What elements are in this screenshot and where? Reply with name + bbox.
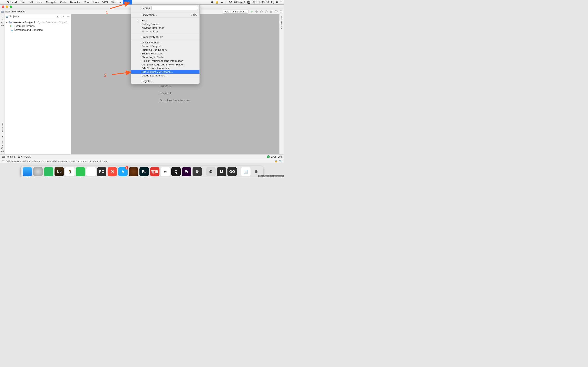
project-tool-tab[interactable]: 1: Project (1, 15, 3, 27)
notification-center-icon[interactable]: ☰ (280, 1, 283, 4)
add-configuration-button[interactable]: Add Configuration... (223, 9, 249, 14)
database-tool-tab[interactable]: 🗄 Database (280, 15, 283, 30)
menu-navigate[interactable]: Navigate (44, 0, 58, 4)
tree-arrow-icon[interactable]: ▶ (6, 21, 8, 23)
spotlight-icon[interactable] (271, 1, 274, 4)
menu-tools[interactable]: Tools (91, 0, 100, 4)
bell-icon[interactable]: 🔔 (215, 1, 218, 4)
menu-window[interactable]: Window (110, 0, 123, 4)
tool-windows-icon[interactable]: ▢ (2, 160, 4, 162)
dock-app-intellij[interactable]: IJ (217, 167, 226, 176)
welcome-drop-hint: Drop files here to open (160, 99, 191, 102)
structure-tool-tab[interactable]: 7: Structure (1, 139, 3, 153)
coverage-icon[interactable] (260, 10, 263, 13)
dock-app-chrome[interactable] (86, 167, 96, 176)
menu-edit[interactable]: Edit (26, 0, 35, 4)
select-opened-icon[interactable]: ⊕ (57, 15, 59, 18)
annotation-label-1: 1 (106, 10, 108, 15)
expand-all-icon[interactable]: ↕ (60, 15, 61, 18)
lock-icon[interactable]: 🔒 (275, 160, 277, 162)
menu-getting-started[interactable]: Getting Started (131, 22, 199, 26)
dock-app-youdao[interactable]: 有道 (150, 167, 159, 176)
menu-help[interactable]: Help (123, 0, 132, 4)
event-log-tab[interactable]: Event Log (271, 155, 282, 158)
dock-app-qq[interactable]: 🐧 (65, 167, 75, 176)
tree-root[interactable]: ▶ awesomeProject1 ~/go/src/awesomeProjec… (5, 20, 70, 24)
dock-app-doc[interactable]: 📄 (241, 167, 251, 176)
menu-view[interactable]: View (35, 0, 44, 4)
folder-icon (1, 10, 4, 13)
menu-edit-custom-props[interactable]: Edit Custom Properties... (131, 66, 199, 70)
wechat-tray-icon[interactable]: ◕ (211, 1, 213, 4)
sidebar-header: Project ▼ ⊕ ↕ ⚙ — (4, 14, 71, 19)
settings-icon[interactable]: ⚙ (63, 15, 65, 18)
menu-activity-monitor[interactable]: Activity Monitor... (131, 41, 199, 44)
dock-app-quicktime[interactable]: Q (171, 167, 181, 176)
menu-contact-support[interactable]: Contact Support... (131, 44, 199, 48)
breadcrumb-root[interactable]: awesomeProject1 (5, 10, 25, 13)
menu-productivity-guide[interactable]: Productivity Guide (131, 35, 199, 39)
dock-app-settings[interactable]: ⚙ (192, 167, 202, 176)
menu-show-log[interactable]: Show Log in Finder (131, 55, 199, 59)
dock-app-unknown-red[interactable]: ⦿ (108, 167, 117, 176)
menu-submit-bug[interactable]: Submit a Bug Report... (131, 48, 199, 52)
menu-compress-logs[interactable]: Compress Logs and Show in Finder (131, 63, 199, 66)
dock-app-premiere[interactable]: Pr (182, 167, 191, 176)
menu-submit-feedback[interactable]: Submit Feedback... (131, 52, 199, 55)
debug-icon[interactable] (255, 10, 258, 13)
zoom-button[interactable] (9, 6, 12, 8)
menu-edit-custom-vm-options[interactable]: Edit Custom VM Options... (131, 70, 199, 74)
tree-external-libs[interactable]: External Libraries (5, 24, 70, 28)
dock-app-ultraedit[interactable]: Ue (54, 167, 64, 176)
dock-app-tool[interactable]: 🛠 (206, 167, 216, 176)
menu-collect-troubleshoot[interactable]: Collect Troubleshooting Information (131, 59, 199, 63)
todo-tab[interactable]: ☰6: TODO (18, 155, 31, 158)
dock-app-appstore[interactable]: A5 (118, 167, 128, 176)
menu-code[interactable]: Code (58, 0, 68, 4)
menu-app[interactable]: GoLand (5, 0, 18, 4)
menu-tip-of-day[interactable]: Tip of the Day (131, 30, 199, 33)
terminal-tab[interactable]: ⌨Terminal (2, 155, 15, 158)
search-everywhere-icon[interactable] (279, 10, 283, 13)
run-icon[interactable] (250, 10, 253, 13)
menu-debug-log-settings[interactable]: Debug Log Settings... (131, 74, 199, 77)
siri-icon[interactable]: ◉ (276, 1, 278, 4)
hide-icon[interactable]: — (67, 15, 69, 18)
clock[interactable]: 周二 下午2:56 (252, 0, 269, 4)
dock-app-pycharm[interactable]: PC (97, 167, 106, 176)
dock-app-evernote[interactable] (44, 167, 53, 176)
dock-app-launchpad[interactable] (33, 167, 43, 176)
spanner-icon[interactable]: 🔧 (279, 160, 282, 162)
menu-keymap-ref[interactable]: Keymap Reference (131, 26, 199, 30)
minimize-button[interactable] (6, 6, 8, 8)
bluetooth-icon[interactable]: ᛒ (225, 1, 227, 4)
stop-icon[interactable] (270, 10, 273, 13)
menu-vcs[interactable]: VCS (100, 0, 110, 4)
status-message: Edit the project and application prefere… (6, 160, 108, 162)
menu-find-action[interactable]: Find Action... ⇧⌘A (131, 13, 199, 17)
cloud-icon[interactable]: ☁︎ (221, 1, 223, 4)
device-icon[interactable] (275, 10, 278, 13)
dock-app-finder[interactable] (23, 167, 32, 176)
input-source-icon[interactable]: 拼 (247, 1, 250, 4)
menu-help-item[interactable]: ?Help (131, 18, 199, 22)
close-button[interactable] (2, 6, 4, 8)
help-search-input[interactable] (151, 6, 198, 10)
tree-scratches[interactable]: Scratches and Consoles (5, 28, 70, 32)
menu-refactor[interactable]: Refactor (68, 0, 82, 4)
menu-run[interactable]: Run (82, 0, 91, 4)
project-dropdown-icon[interactable]: ▼ (18, 16, 20, 17)
menu-register[interactable]: Register... (131, 79, 199, 83)
dock-app-baidu[interactable]: ∞ (161, 167, 170, 176)
dock-app-wechat[interactable] (76, 167, 85, 176)
sidebar-title[interactable]: Project (9, 15, 17, 18)
dock-app-photoshop[interactable]: Ps (139, 167, 149, 176)
favorites-tool-tab[interactable]: ★ 2: Favorites (1, 122, 4, 139)
battery-icon[interactable]: 61% (234, 1, 245, 4)
running-indicator-icon (91, 177, 91, 177)
menu-file[interactable]: File (18, 0, 26, 4)
wifi-icon[interactable] (229, 1, 232, 3)
dock-app-game[interactable] (129, 167, 138, 176)
profiler-icon[interactable] (265, 10, 268, 13)
dock-app-goland[interactable]: GO (227, 167, 237, 176)
